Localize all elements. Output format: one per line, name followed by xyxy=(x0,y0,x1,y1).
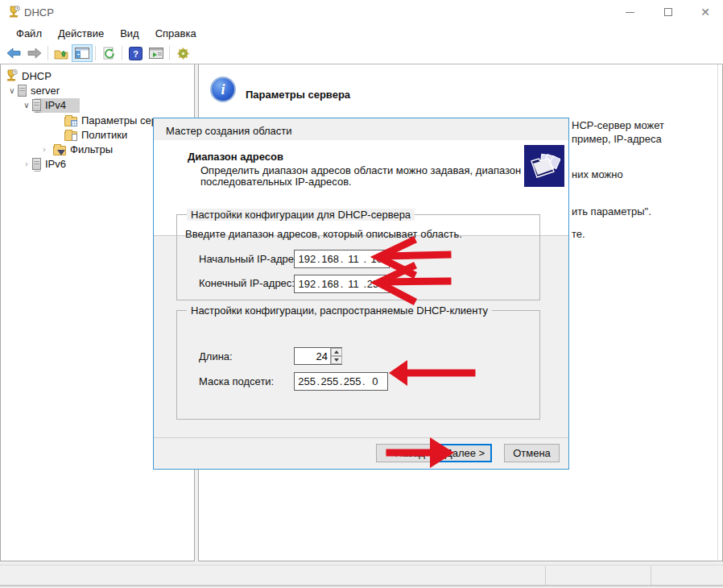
length-label: Длина: xyxy=(199,350,233,362)
toolbar-separator xyxy=(122,46,122,60)
filters-folder-icon xyxy=(53,146,66,155)
help-button[interactable]: ? xyxy=(125,44,146,62)
details-panel-edge xyxy=(717,64,718,561)
menu-bar: Файл Действие Вид Справка xyxy=(0,24,723,43)
menu-action[interactable]: Действие xyxy=(50,26,112,41)
ip-octet: 0 xyxy=(366,375,385,387)
group-legend: Настройки конфигурации, распространяемые… xyxy=(187,304,492,317)
toolbar-separator xyxy=(169,46,170,60)
start-ip-label: Начальный IP-адрес: xyxy=(199,253,302,265)
back-wizard-button[interactable]: < Назад xyxy=(376,444,435,462)
show-window-icon xyxy=(149,48,163,59)
wizard-description: последовательных IP-адресов. xyxy=(200,176,352,188)
back-button[interactable] xyxy=(3,44,24,62)
server-ipv4-icon: ✓ xyxy=(32,99,41,111)
help-icon: ? xyxy=(129,47,143,60)
next-wizard-button[interactable]: Далее > xyxy=(438,444,492,462)
button-separator xyxy=(154,437,568,438)
tree-item-server[interactable]: ∨ server xyxy=(6,83,60,97)
actions-gear-button[interactable] xyxy=(172,44,193,62)
status-bar-divider xyxy=(545,566,546,585)
close-icon: ✕ xyxy=(700,6,710,18)
dhcp-trophy-icon xyxy=(5,69,18,82)
forward-button[interactable] xyxy=(24,44,45,62)
close-button[interactable]: ✕ xyxy=(689,5,721,19)
tree-item-label: Политики xyxy=(81,129,127,141)
background-text-fragment: те. xyxy=(572,228,585,240)
back-icon xyxy=(6,48,21,59)
ip-octet: 255 xyxy=(320,375,339,387)
tree-item-policies[interactable]: Политики xyxy=(64,127,127,142)
folder-up-button[interactable] xyxy=(51,44,72,62)
svg-text:?: ? xyxy=(133,48,138,58)
status-bar-divider xyxy=(651,566,651,585)
check-badge-icon: ✓ xyxy=(34,171,41,172)
tree-item-ipv6[interactable]: › ✓ IPv6 xyxy=(21,156,66,171)
ip-octet: 192 xyxy=(297,278,317,290)
chevron-right-icon[interactable]: › xyxy=(21,159,32,168)
tree-item-label: IPv6 xyxy=(45,158,66,170)
subnet-mask-input[interactable]: 255.255.255.0 xyxy=(294,372,388,391)
dhcp-client-config-group: Настройки конфигурации, распространяемые… xyxy=(176,310,540,420)
scope-wizard-dialog: Мастер создания области Диапазон адресов… xyxy=(153,118,569,470)
ip-octet: 255 xyxy=(343,375,362,387)
tree-item-label: Фильтры xyxy=(70,143,113,155)
app-icon xyxy=(7,6,20,19)
policies-folder-icon xyxy=(64,131,77,141)
tree-item-filters[interactable]: › Фильтры xyxy=(39,142,113,156)
show-window-button[interactable] xyxy=(146,44,167,62)
server-icon xyxy=(18,85,27,97)
wizard-heading: Диапазон адресов xyxy=(188,151,283,163)
spinner-buttons xyxy=(330,348,341,364)
tree-item-dhcp-root[interactable]: DHCP xyxy=(5,68,52,83)
text-caret xyxy=(385,280,386,290)
end-ip-input[interactable]: 192.168.11.254 xyxy=(294,275,390,293)
wizard-folder-icon xyxy=(524,145,564,187)
refresh-icon xyxy=(102,47,115,60)
title-bar[interactable]: DHCP ✕ xyxy=(0,0,723,24)
ip-octet: 192 xyxy=(297,253,317,265)
menu-help[interactable]: Справка xyxy=(147,26,205,41)
end-ip-label: Конечный IP-адрес: xyxy=(199,277,295,289)
ip-octet: 168 xyxy=(320,278,341,290)
chevron-down-icon[interactable]: ∨ xyxy=(6,86,18,95)
check-badge-icon: ✓ xyxy=(34,112,41,113)
arrow-down-icon xyxy=(334,358,339,362)
details-header: Параметры сервера xyxy=(246,89,350,101)
dhcp-server-config-group: Настройки конфигурации для DHCP-сервера … xyxy=(176,214,540,300)
background-text-fragment: них можно xyxy=(572,168,623,180)
cancel-wizard-button[interactable]: Отмена xyxy=(504,444,560,462)
spinner-up-button[interactable] xyxy=(331,348,342,356)
group-legend: Настройки конфигурации для DHCP-сервера xyxy=(187,209,415,221)
tree-item-label: server xyxy=(31,85,60,97)
window-title: DHCP xyxy=(24,6,54,19)
menu-file[interactable]: Файл xyxy=(8,26,50,41)
tree-item-ipv4[interactable]: ∨ ✓ IPv4 xyxy=(21,97,66,112)
background-text-fragment: HCP-сервер может xyxy=(572,119,664,131)
tree-item-label: IPv4 xyxy=(45,99,66,111)
maximize-button[interactable] xyxy=(652,5,684,19)
ip-octet: 168 xyxy=(320,253,341,265)
info-icon: i xyxy=(210,77,236,102)
range-hint: Введите диапазон адресов, который описыв… xyxy=(185,228,462,240)
length-spinner[interactable]: 24 xyxy=(294,347,342,365)
spinner-down-button[interactable] xyxy=(331,356,342,364)
console-tree-toggle-button[interactable] xyxy=(72,44,93,62)
refresh-button[interactable] xyxy=(98,44,119,62)
minimize-button[interactable] xyxy=(614,5,646,19)
arrow-up-icon xyxy=(334,350,339,354)
chevron-down-icon[interactable]: ∨ xyxy=(21,101,32,110)
server-ipv6-icon: ✓ xyxy=(32,158,41,170)
chevron-right-icon[interactable]: › xyxy=(39,145,50,154)
menu-view[interactable]: Вид xyxy=(112,26,147,41)
length-value: 24 xyxy=(316,350,328,362)
maximize-icon xyxy=(664,8,672,16)
dialog-title[interactable]: Мастер создания области xyxy=(166,125,292,137)
start-ip-input[interactable]: 192.168.11.10 xyxy=(294,250,390,268)
wizard-description: Определить диапазон адресов области можн… xyxy=(200,164,521,176)
ip-octet: 11 xyxy=(344,278,364,290)
background-text-fragment: ить параметры". xyxy=(572,205,651,217)
background-text-fragment: пример, IP-адреса xyxy=(572,133,662,145)
toolbar: ? xyxy=(0,43,723,64)
ip-octet: 255 xyxy=(297,375,316,387)
